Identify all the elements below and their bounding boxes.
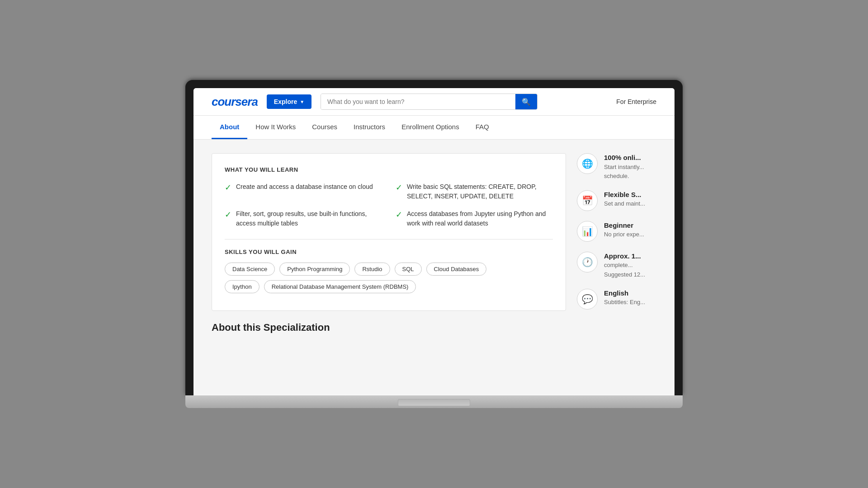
skill-data-science[interactable]: Data Science [225,263,275,276]
skills-section: SKILLS YOU WILL GAIN Data Science Python… [225,249,553,293]
search-input[interactable] [321,94,515,109]
subnav-enrollment[interactable]: Enrollment Options [393,116,467,139]
sidebar-english-text: English Subtitles: Eng... [604,289,656,307]
sidebar-approx: 🕐 Approx. 1... complete... Suggested 12.… [577,252,656,279]
check-icon-2: ✓ [396,183,402,192]
learn-text-2: Write basic SQL statements: CREATE, DROP… [407,182,553,201]
skill-ipython[interactable]: Ipython [225,280,259,293]
calendar-icon: 📅 [577,190,598,211]
chart-icon: 📊 [577,221,598,242]
sidebar-beginner: 📊 Beginner No prior expe... [577,221,656,242]
skills-section-title: SKILLS YOU WILL GAIN [225,249,553,255]
skill-sql[interactable]: SQL [395,263,422,276]
screen-content: coursera Explore ▼ 🔍 For Enterprise [193,88,675,395]
section-divider [225,239,553,239]
learn-text-3: Filter, sort, group results, use built-i… [236,209,382,228]
sidebar-approx-desc: complete... [604,261,656,269]
sidebar-english-label: English [604,289,656,298]
learn-text-1: Create and access a database instance on… [236,182,373,192]
sidebar-flexible-desc: Set and maint... [604,200,656,208]
sidebar-beginner-label: Beginner [604,221,656,230]
sidebar-english: 💬 English Subtitles: Eng... [577,289,656,310]
learn-section-title: WHAT YOU WILL LEARN [225,166,553,173]
subnav-courses[interactable]: Courses [304,116,345,139]
sidebar-flexible-text: Flexible S... Set and maint... [604,190,656,208]
sidebar-approx-desc2: Suggested 12... [604,271,656,279]
learn-item-1: ✓ Create and access a database instance … [225,182,382,201]
learn-item-3: ✓ Filter, sort, group results, use built… [225,209,382,228]
sidebar-online-label: 100% onli... [604,153,656,162]
skill-cloud-db[interactable]: Cloud Databases [426,263,487,276]
subnav-how-it-works[interactable]: How It Works [247,116,304,139]
search-bar: 🔍 [321,94,538,110]
sidebar-online-desc2: schedule. [604,172,656,180]
skills-row-1: Data Science Python Programming Rstudio … [225,263,553,276]
sidebar-flexible-label: Flexible S... [604,190,656,199]
sidebar-online: 🌐 100% onli... Start instantly... schedu… [577,153,656,180]
skill-rdbms[interactable]: Relational Database Management System (R… [264,280,416,293]
clock-icon: 🕐 [577,252,598,272]
main-content: WHAT YOU WILL LEARN ✓ Create and access … [193,140,675,395]
check-icon-3: ✓ [225,210,231,220]
right-sidebar: 🌐 100% onli... Start instantly... schedu… [566,153,656,386]
for-enterprise-link[interactable]: For Enterprise [616,98,656,105]
about-specialization-heading: About this Specialization [212,311,566,333]
laptop-screen: coursera Explore ▼ 🔍 For Enterprise [193,88,675,395]
sidebar-flexible: 📅 Flexible S... Set and maint... [577,190,656,211]
learn-item-2: ✓ Write basic SQL statements: CREATE, DR… [396,182,553,201]
left-content: WHAT YOU WILL LEARN ✓ Create and access … [212,153,566,386]
explore-label: Explore [274,98,297,105]
explore-button[interactable]: Explore ▼ [267,94,311,109]
sidebar-approx-label: Approx. 1... [604,252,656,261]
sidebar-online-desc: Start instantly... [604,163,656,171]
laptop: coursera Explore ▼ 🔍 For Enterprise [185,80,683,408]
skill-python[interactable]: Python Programming [279,263,350,276]
check-icon-4: ✓ [396,210,402,220]
speech-bubble-icon: 💬 [577,289,598,310]
learn-text-4: Access databases from Jupyter using Pyth… [407,209,553,228]
sidebar-english-desc: Subtitles: Eng... [604,298,656,306]
globe-icon: 🌐 [577,153,598,174]
learn-card: WHAT YOU WILL LEARN ✓ Create and access … [212,153,566,311]
check-icon-1: ✓ [225,183,231,192]
skills-row-2: Ipython Relational Database Management S… [225,280,553,293]
learn-item-4: ✓ Access databases from Jupyter using Py… [396,209,553,228]
learn-items-grid: ✓ Create and access a database instance … [225,182,553,228]
subnav-about[interactable]: About [212,116,247,139]
laptop-base [185,395,683,408]
sidebar-beginner-desc: No prior expe... [604,230,656,239]
search-icon: 🔍 [522,98,531,106]
sidebar-beginner-text: Beginner No prior expe... [604,221,656,239]
chevron-down-icon: ▼ [300,99,304,104]
coursera-logo: coursera [212,95,258,109]
sidebar-approx-text: Approx. 1... complete... Suggested 12... [604,252,656,279]
sub-navbar: About How It Works Courses Instructors E… [193,116,675,140]
laptop-trackpad [398,399,470,406]
subnav-faq[interactable]: FAQ [467,116,497,139]
subnav-instructors[interactable]: Instructors [345,116,393,139]
top-navbar: coursera Explore ▼ 🔍 For Enterprise [193,88,675,116]
sidebar-online-text: 100% onli... Start instantly... schedule… [604,153,656,180]
search-button[interactable]: 🔍 [515,94,537,109]
laptop-lid: coursera Explore ▼ 🔍 For Enterprise [185,80,683,395]
skill-rstudio[interactable]: Rstudio [354,263,390,276]
